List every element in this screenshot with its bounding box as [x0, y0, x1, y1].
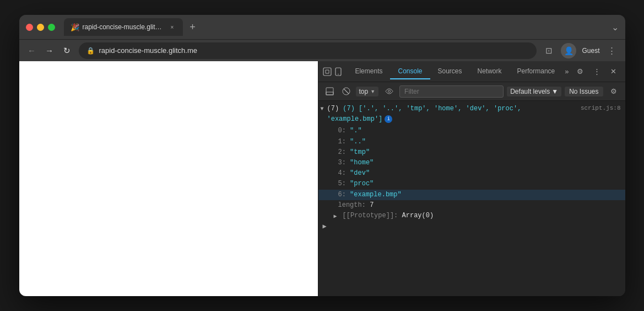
tab-title: rapid-concise-muscle.glitch.m...	[83, 23, 165, 31]
item-value-3: "home"	[350, 159, 374, 167]
array-length: length: 7	[318, 200, 625, 211]
svg-rect-0	[323, 68, 331, 76]
length-value: 7	[370, 201, 374, 209]
array-item-0: 0: "."	[318, 126, 625, 136]
item-index-5: 5:	[338, 180, 346, 187]
devtools-panel: Elements Console Sources Network Perform…	[318, 61, 625, 296]
devtools-settings-button[interactable]: ⚙	[573, 65, 587, 79]
eye-button[interactable]	[382, 84, 396, 99]
context-selector[interactable]: top ▼	[356, 87, 379, 96]
address-input[interactable]: 🔒 rapid-concise-muscle.glitch.me	[79, 42, 537, 59]
console-prompt[interactable]: ▶	[318, 221, 625, 232]
profile-button[interactable]: 👤	[561, 43, 576, 58]
main-content: Elements Console Sources Network Perform…	[19, 61, 625, 296]
title-bar: 🎉 rapid-concise-muscle.glitch.m... × + ⌄	[19, 15, 625, 39]
console-filter-input[interactable]	[399, 85, 504, 98]
tab-sources[interactable]: Sources	[430, 64, 470, 79]
address-text: rapid-concise-muscle.glitch.me	[99, 46, 197, 55]
length-label: length:	[338, 201, 366, 209]
devtools-more-button[interactable]: ⋮	[589, 65, 604, 79]
item-value-5: "proc"	[350, 180, 374, 187]
item-index-0: 0:	[338, 127, 346, 135]
no-issues-button[interactable]: No Issues	[565, 87, 603, 96]
tab-console[interactable]: Console	[390, 64, 430, 79]
svg-point-2	[338, 73, 339, 74]
page-area	[19, 61, 318, 296]
item-index-6: 6:	[338, 191, 346, 199]
menu-button[interactable]: ⋮	[605, 44, 619, 57]
tab-network[interactable]: Network	[470, 64, 510, 79]
more-tabs-button[interactable]: »	[562, 64, 571, 79]
log-level-arrow: ▼	[551, 88, 558, 95]
array-prototype[interactable]: ▶ [[Prototype]]: Array(0)	[318, 211, 625, 221]
item-index-2: 2:	[338, 148, 346, 156]
tab-elements[interactable]: Elements	[347, 64, 390, 79]
close-button[interactable]	[26, 24, 33, 31]
svg-rect-4	[326, 92, 333, 95]
svg-point-7	[388, 90, 390, 93]
array-item-2: 2: "tmp"	[318, 147, 625, 158]
item-index-4: 4:	[338, 169, 346, 177]
devtools-toolbar-right: ⚙ ⋮ ✕	[573, 65, 620, 79]
devtools-tabs: Elements Console Sources Network Perform…	[347, 64, 571, 79]
array-values: (7) ['.', '..', 'tmp', 'home', 'dev', 'p…	[327, 105, 522, 123]
log-level-selector[interactable]: Default levels ▼	[507, 87, 561, 96]
minimize-button[interactable]	[37, 24, 44, 31]
console-settings-button[interactable]: ⚙	[607, 84, 621, 99]
expand-arrow-icon[interactable]: ▼	[321, 105, 324, 114]
context-label: top	[359, 88, 369, 95]
item-value-4: "dev"	[350, 169, 370, 177]
refresh-button[interactable]: ↻	[61, 46, 73, 56]
maximize-button[interactable]	[48, 24, 55, 31]
array-item-4: 4: "dev"	[318, 168, 625, 179]
address-bar: ← → ↻ 🔒 rapid-concise-muscle.glitch.me ⊡…	[19, 39, 625, 61]
console-drawer-button[interactable]	[323, 84, 337, 99]
forward-button[interactable]: →	[44, 46, 56, 55]
console-toolbar: top ▼ Default levels ▼ No Issues ⚙	[318, 82, 625, 101]
prompt-arrow-icon: ▶	[323, 222, 327, 230]
array-item-1: 1: ".."	[318, 137, 625, 147]
split-screen-button[interactable]: ⊡	[542, 44, 555, 57]
svg-rect-3	[326, 88, 333, 95]
tab-performance[interactable]: Performance	[510, 64, 563, 79]
source-link[interactable]: script.js:8	[581, 104, 621, 114]
item-value-2: "tmp"	[350, 148, 370, 156]
array-count: (7)	[327, 105, 343, 112]
expand-button[interactable]: ⌄	[611, 22, 619, 33]
array-item-5: 5: "proc"	[318, 179, 625, 189]
device-toolbar-button[interactable]	[334, 65, 343, 79]
browser-window: 🎉 rapid-concise-muscle.glitch.m... × + ⌄…	[19, 15, 625, 296]
profile-label: Guest	[582, 47, 599, 55]
info-badge: i	[385, 115, 392, 123]
new-tab-button[interactable]: +	[185, 19, 201, 35]
console-output: ▼ (7) (7) ['.', '..', 'tmp', 'home', 'de…	[318, 101, 625, 296]
item-value-1: ".."	[350, 138, 366, 146]
back-button[interactable]: ←	[26, 46, 38, 55]
devtools-toolbar: Elements Console Sources Network Perform…	[318, 61, 625, 82]
lock-icon: 🔒	[86, 47, 95, 55]
item-value-0: "."	[350, 127, 362, 135]
item-value-6: "example.bmp"	[350, 191, 402, 199]
traffic-lights	[26, 24, 55, 31]
tab-close-button[interactable]: ×	[169, 23, 176, 31]
array-item-6: 6: "example.bmp"	[318, 190, 625, 200]
tab-favicon: 🎉	[71, 23, 79, 31]
active-tab[interactable]: 🎉 rapid-concise-muscle.glitch.m... ×	[64, 18, 183, 36]
console-array-line[interactable]: ▼ (7) (7) ['.', '..', 'tmp', 'home', 'de…	[318, 103, 625, 126]
devtools-close-button[interactable]: ✕	[606, 65, 620, 79]
context-arrow-icon: ▼	[370, 89, 375, 94]
inspect-element-button[interactable]	[323, 65, 332, 79]
console-array-summary: (7) (7) ['.', '..', 'tmp', 'home', 'dev'…	[327, 104, 581, 125]
item-index-3: 3:	[338, 159, 346, 167]
prototype-value: Array(0)	[402, 212, 434, 219]
item-index-1: 1:	[338, 138, 346, 146]
svg-line-6	[344, 89, 349, 94]
array-item-3: 3: "home"	[318, 158, 625, 168]
console-clear-button[interactable]	[340, 85, 353, 98]
prototype-expand-icon[interactable]: ▶	[334, 212, 337, 221]
address-bar-actions: ⊡ 👤 Guest ⋮	[542, 43, 618, 58]
log-level-label: Default levels	[510, 88, 550, 95]
tab-bar: 🎉 rapid-concise-muscle.glitch.m... × +	[64, 18, 607, 36]
prototype-label: [[Prototype]]:	[343, 212, 398, 219]
